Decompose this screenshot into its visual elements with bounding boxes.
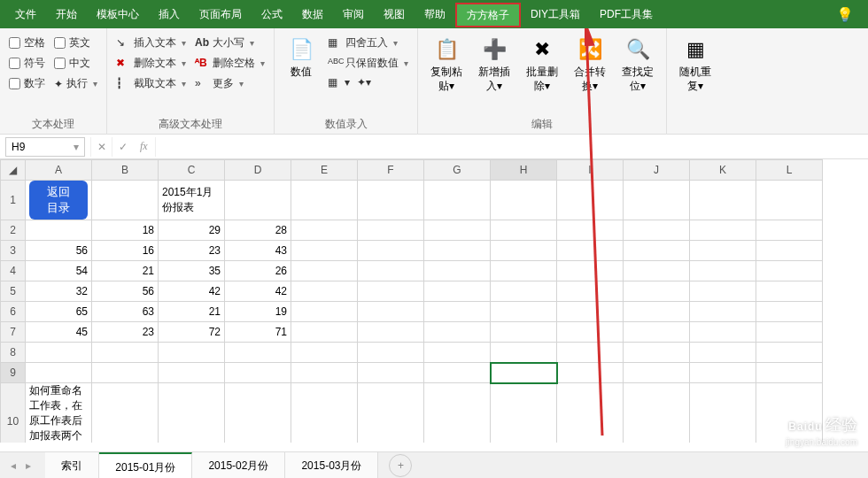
- tab-template[interactable]: 模板中心: [87, 0, 149, 28]
- cell[interactable]: [159, 343, 225, 363]
- cell[interactable]: [756, 343, 823, 363]
- cell[interactable]: [624, 241, 690, 261]
- cell[interactable]: [358, 343, 424, 363]
- edit-btn-1[interactable]: ➕新增插入▾: [475, 34, 514, 114]
- col-header[interactable]: K: [690, 160, 756, 181]
- cell[interactable]: [624, 322, 690, 343]
- col-header[interactable]: G: [424, 160, 491, 181]
- cell[interactable]: [225, 181, 291, 220]
- cell[interactable]: [424, 363, 491, 383]
- cell[interactable]: [690, 363, 756, 383]
- sheet-tab[interactable]: 2015-02月份: [192, 452, 285, 479]
- cell[interactable]: [358, 241, 424, 261]
- chk-chinese[interactable]: 中文: [54, 56, 97, 71]
- cell[interactable]: [624, 261, 690, 281]
- cell[interactable]: [291, 220, 358, 241]
- cell[interactable]: [291, 302, 358, 322]
- confirm-icon[interactable]: ✓: [112, 137, 133, 157]
- cell[interactable]: [756, 281, 823, 302]
- cell[interactable]: [358, 383, 424, 443]
- cell[interactable]: [491, 343, 557, 363]
- col-header[interactable]: A: [26, 160, 92, 181]
- cell[interactable]: [26, 220, 92, 241]
- tab-view[interactable]: 视图: [374, 0, 415, 28]
- cell[interactable]: [690, 220, 756, 241]
- chk-number[interactable]: 数字: [9, 76, 45, 91]
- cell[interactable]: 45: [26, 322, 92, 343]
- name-box[interactable]: H9▾: [5, 137, 85, 157]
- cell[interactable]: 29: [159, 220, 225, 241]
- chk-symbol[interactable]: 符号: [9, 56, 45, 71]
- cell[interactable]: 23: [92, 322, 159, 343]
- cell[interactable]: [624, 220, 690, 241]
- cell[interactable]: [424, 302, 491, 322]
- btn-delete-text[interactable]: ✖删除文本: [116, 56, 186, 71]
- sheet-tab[interactable]: 2015-03月份: [285, 452, 378, 479]
- tab-layout[interactable]: 页面布局: [190, 0, 252, 28]
- cell[interactable]: [491, 363, 557, 383]
- cell[interactable]: [424, 281, 491, 302]
- cell[interactable]: [491, 241, 557, 261]
- cell[interactable]: 42: [225, 281, 291, 302]
- tab-diy[interactable]: DIY工具箱: [521, 0, 590, 28]
- cell[interactable]: [92, 383, 159, 443]
- row-header[interactable]: 10: [1, 383, 26, 443]
- formula-input[interactable]: [155, 137, 868, 157]
- cell[interactable]: [690, 302, 756, 322]
- col-header[interactable]: B: [92, 160, 159, 181]
- cell[interactable]: [291, 343, 358, 363]
- cell[interactable]: [291, 322, 358, 343]
- btn-more[interactable]: »更多: [195, 76, 265, 91]
- cell[interactable]: [557, 261, 624, 281]
- cell[interactable]: [424, 383, 491, 443]
- btn-del-space[interactable]: ᴬB删除空格: [195, 56, 265, 71]
- cell[interactable]: [557, 220, 624, 241]
- sheet-tab[interactable]: 索引: [45, 452, 99, 479]
- cell[interactable]: [424, 322, 491, 343]
- cell[interactable]: [291, 181, 358, 220]
- col-header[interactable]: J: [624, 160, 690, 181]
- cell[interactable]: [424, 261, 491, 281]
- cell[interactable]: [557, 383, 624, 443]
- cell[interactable]: [690, 343, 756, 363]
- btn-case[interactable]: Ab大小写: [195, 35, 265, 50]
- cell[interactable]: [557, 281, 624, 302]
- cell[interactable]: 28: [225, 220, 291, 241]
- cell[interactable]: 72: [159, 322, 225, 343]
- col-header[interactable]: L: [756, 160, 823, 181]
- row-header[interactable]: 3: [1, 241, 26, 261]
- cell[interactable]: [756, 322, 823, 343]
- cell[interactable]: [756, 261, 823, 281]
- cell[interactable]: [424, 343, 491, 363]
- cell[interactable]: [624, 343, 690, 363]
- edit-btn-2[interactable]: ✖批量删除▾: [523, 34, 562, 114]
- cell[interactable]: [291, 281, 358, 302]
- btn-numeric[interactable]: 📄 数值: [283, 34, 319, 114]
- edit-btn-4[interactable]: 🔍查找定位▾: [618, 34, 657, 114]
- cell[interactable]: [690, 181, 756, 220]
- select-all[interactable]: ◢: [1, 160, 26, 181]
- row-header[interactable]: 9: [1, 363, 26, 383]
- cell[interactable]: [225, 363, 291, 383]
- row-header[interactable]: 8: [1, 343, 26, 363]
- cell[interactable]: [491, 261, 557, 281]
- tab-ffgz[interactable]: 方方格子: [455, 3, 521, 27]
- btn-execute[interactable]: ✦执行: [54, 76, 97, 91]
- cell[interactable]: 63: [92, 302, 159, 322]
- cell[interactable]: [159, 363, 225, 383]
- edit-btn-0[interactable]: 📋复制粘贴▾: [427, 34, 466, 114]
- cell[interactable]: [26, 343, 92, 363]
- cell[interactable]: [491, 220, 557, 241]
- tab-review[interactable]: 审阅: [333, 0, 374, 28]
- cell[interactable]: 21: [159, 302, 225, 322]
- fx-icon[interactable]: fx: [133, 140, 155, 153]
- cell[interactable]: 32: [26, 281, 92, 302]
- cell[interactable]: [557, 363, 624, 383]
- cell[interactable]: [491, 322, 557, 343]
- cell[interactable]: [291, 241, 358, 261]
- cell[interactable]: [557, 181, 624, 220]
- cell[interactable]: 71: [225, 322, 291, 343]
- cell[interactable]: [557, 343, 624, 363]
- cell[interactable]: [159, 383, 225, 443]
- tab-insert[interactable]: 插入: [149, 0, 190, 28]
